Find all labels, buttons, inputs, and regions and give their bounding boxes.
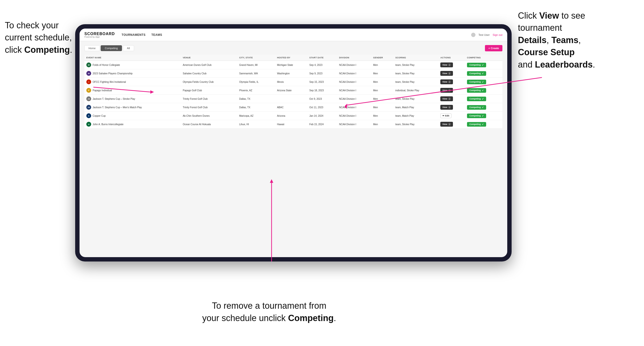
- cell-event-name: H John A. Burns Intercollegiate: [84, 120, 181, 129]
- tournament-name-cell: I OFCC Fighting Illini Invitational: [86, 79, 179, 84]
- competing-button[interactable]: Competing ✓: [467, 105, 486, 110]
- cell-gender: Men: [371, 112, 393, 120]
- team-logo: JS: [86, 96, 91, 101]
- cell-division: NCAA Division I: [337, 61, 371, 69]
- cell-hosted-by: Washington: [275, 69, 307, 78]
- team-logo: A: [86, 113, 91, 118]
- cell-venue: American Dunes Golf Club: [181, 61, 238, 69]
- view-button[interactable]: View i: [440, 62, 453, 67]
- table-row: JS Jackson T. Stephens Cup – Stroke Play…: [84, 95, 502, 103]
- cell-gender: Men: [371, 86, 393, 95]
- cell-competing: Competing ✓: [465, 78, 502, 86]
- table-row: P Papago Individual Papago Golf ClubPhoe…: [84, 86, 502, 95]
- cell-hosted-by: [275, 95, 307, 103]
- competing-button[interactable]: Competing ✓: [467, 63, 486, 67]
- cell-city-state: Phoenix, AZ: [237, 86, 275, 95]
- cell-division: NCAA Division I: [337, 103, 371, 112]
- col-venue: VENUE: [181, 55, 238, 61]
- view-button[interactable]: View i: [440, 88, 453, 93]
- competing-button[interactable]: Competing ✓: [467, 71, 486, 76]
- cell-hosted-by: Hawaii: [275, 120, 307, 129]
- col-city-state: CITY, STATE: [237, 55, 275, 61]
- annotation-top-left: To check yourcurrent schedule,click Comp…: [5, 19, 107, 56]
- cell-competing: Competing ✓: [465, 120, 502, 129]
- col-gender: GENDER: [371, 55, 393, 61]
- tournament-name: Papago Individual: [92, 89, 112, 92]
- competing-button[interactable]: Competing ✓: [467, 122, 486, 127]
- cell-event-name: JS Jackson T. Stephens Cup – Stroke Play: [84, 95, 181, 103]
- cell-venue: Ocean Course At Hokuala: [181, 120, 238, 129]
- cell-start-date: Oct 9, 2023: [308, 95, 337, 103]
- cell-start-date: Sep 4, 2023: [308, 61, 337, 69]
- checkmark-icon: ✓: [482, 81, 484, 83]
- info-icon: i: [448, 89, 451, 92]
- tournament-name: Folds of Honor Collegiate: [92, 64, 120, 66]
- team-logo: M: [86, 62, 91, 67]
- cell-start-date: Sep 18, 2023: [308, 86, 337, 95]
- col-start-date: START DATE: [308, 55, 337, 61]
- team-logo: W: [86, 71, 91, 76]
- competing-button[interactable]: Competing ✓: [467, 114, 486, 118]
- view-button[interactable]: View i: [440, 105, 453, 110]
- table-row: JS Jackson T. Stephens Cup – Men's Match…: [84, 103, 502, 112]
- info-icon: i: [448, 80, 451, 83]
- table-row: A Copper Cup Ak-Chin Southern DunesMaric…: [84, 112, 502, 120]
- cell-gender: Men: [371, 61, 393, 69]
- competing-button[interactable]: Competing ✓: [467, 97, 486, 101]
- team-logo: H: [86, 122, 91, 127]
- tournament-name-cell: JS Jackson T. Stephens Cup – Stroke Play: [86, 96, 179, 101]
- tournament-name-cell: P Papago Individual: [86, 88, 179, 93]
- cell-venue: Olympia Fields Country Club: [181, 78, 238, 86]
- nav-bar: SCOREBOARD Powered by clippi TOURNAMENTS…: [80, 28, 507, 41]
- view-button[interactable]: View i: [440, 71, 453, 76]
- nav-teams[interactable]: TEAMS: [151, 32, 162, 37]
- tournament-name: 2023 Sahalee Players Championship: [92, 72, 133, 75]
- cell-city-state: Grand Haven, MI: [237, 61, 275, 69]
- cell-start-date: Jan 14, 2024: [308, 112, 337, 120]
- cell-city-state: Olympia Fields, IL: [237, 78, 275, 86]
- tab-all[interactable]: All: [123, 45, 134, 51]
- cell-venue: Sahalee Country Club: [181, 69, 238, 78]
- cell-city-state: Dallas, TX: [237, 103, 275, 112]
- team-logo: JS: [86, 105, 91, 110]
- cell-actions: View i: [438, 61, 465, 69]
- cell-division: NCAA Division I: [337, 86, 371, 95]
- cell-city-state: Maricopa, AZ: [237, 112, 275, 120]
- cell-scoring: team, Stroke Play: [394, 95, 439, 103]
- checkmark-icon: ✓: [482, 64, 484, 66]
- view-button[interactable]: View i: [440, 96, 453, 101]
- cell-start-date: Sep 9, 2023: [308, 69, 337, 78]
- create-button[interactable]: + Create: [485, 45, 502, 51]
- checkmark-icon: ✓: [482, 115, 484, 117]
- cell-scoring: team, Match Play: [394, 112, 439, 120]
- nav-tournaments[interactable]: TOURNAMENTS: [122, 32, 146, 37]
- cell-event-name: M Folds of Honor Collegiate: [84, 61, 181, 69]
- cell-scoring: individual, Stroke Play: [394, 86, 439, 95]
- cell-division: NCAA Division I: [337, 112, 371, 120]
- cell-division: NCAA Division I: [337, 69, 371, 78]
- cell-competing: Competing ✓: [465, 69, 502, 78]
- checkmark-icon: ✓: [482, 123, 484, 126]
- cell-actions: View i: [438, 78, 465, 86]
- info-icon: i: [448, 63, 451, 66]
- cell-gender: Men: [371, 69, 393, 78]
- info-icon: i: [448, 72, 451, 75]
- edit-button[interactable]: ✏ Edit: [440, 113, 452, 118]
- cell-gender: Men: [371, 120, 393, 129]
- competing-button[interactable]: Competing ✓: [467, 80, 486, 84]
- col-division: DIVISION: [337, 55, 371, 61]
- cell-start-date: Sep 15, 2023: [308, 78, 337, 86]
- competing-button[interactable]: Competing ✓: [467, 88, 486, 93]
- cell-venue: Trinity Forest Golf Club: [181, 103, 238, 112]
- cell-venue: Papago Golf Club: [181, 86, 238, 95]
- cell-event-name: W 2023 Sahalee Players Championship: [84, 69, 181, 78]
- signout-link[interactable]: Sign out: [493, 33, 502, 36]
- view-button[interactable]: View i: [440, 79, 453, 84]
- cell-competing: Competing ✓: [465, 95, 502, 103]
- cell-hosted-by: ABAC: [275, 103, 307, 112]
- view-button[interactable]: View i: [440, 122, 453, 127]
- checkmark-icon: ✓: [482, 98, 484, 100]
- cell-hosted-by: Michigan State: [275, 61, 307, 69]
- user-icon: [471, 33, 476, 37]
- cell-scoring: team, Match Play: [394, 103, 439, 112]
